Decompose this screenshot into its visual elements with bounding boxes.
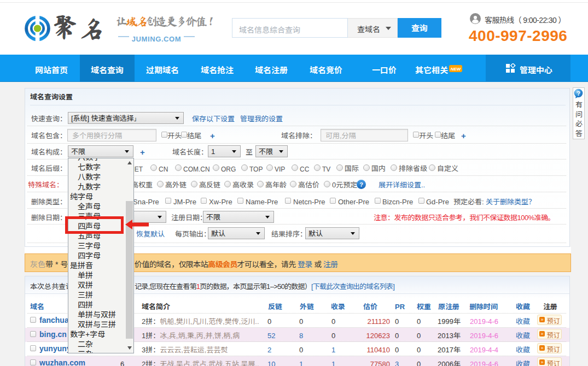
- svg-text:?: ?: [359, 181, 363, 188]
- svg-text:?: ?: [577, 90, 580, 97]
